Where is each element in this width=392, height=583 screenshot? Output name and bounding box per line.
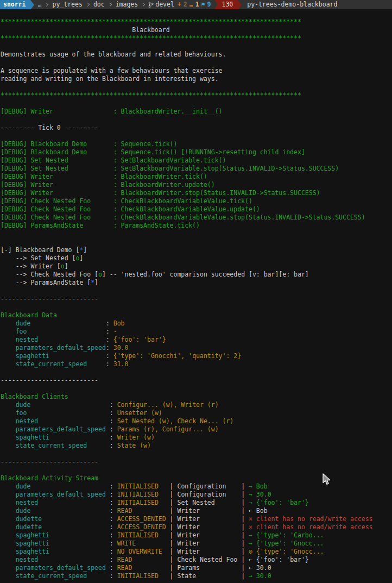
terminal-line: spaghetti : {'type': 'Gnocchi', 'quantit… xyxy=(1,352,392,360)
terminal-line: A sequence is populated with a few behav… xyxy=(1,67,392,75)
git-status-token: 1 xyxy=(195,1,199,9)
terminal-line: -------------------------- xyxy=(1,458,392,466)
terminal-line: dude : Bob xyxy=(1,319,392,328)
terminal-line: spaghetti : WRITE | Writer | → {'type': … xyxy=(1,540,392,548)
terminal-line: state_current_speed : INITIALISED | Stat… xyxy=(1,572,392,580)
titlebar[interactable]: snorri …py_treesdocimages devel +2…1⚑9 1… xyxy=(0,0,392,9)
git-status-token: 9 xyxy=(207,1,211,9)
terminal-line xyxy=(1,385,392,393)
terminal-line: Demonstrates usage of the blackboard and… xyxy=(1,51,392,59)
terminal-line: spaghetti : Writer (w) xyxy=(1,434,392,442)
breadcrumb-item: doc xyxy=(93,1,105,9)
terminal-line: [DEBUG] Writer : BlackboardWriter.stop(S… xyxy=(1,189,392,197)
terminal-line: nested : INITIALISED | Set Nested | → {'… xyxy=(1,499,392,507)
terminal-line: --> ParamsAndState [*] xyxy=(1,279,392,287)
terminal-line: dude : Configur... (w), Writer (r) xyxy=(1,401,392,409)
terminal-line: [DEBUG] Writer : BlackboardWriter.__init… xyxy=(1,108,392,116)
terminal-line xyxy=(1,99,392,108)
terminal-line xyxy=(1,59,392,67)
powerline-notch-icon xyxy=(214,0,218,9)
git-status-token: … xyxy=(189,1,193,9)
terminal-line: [DEBUG] Blackboard Demo : Sequence.tick(… xyxy=(1,148,392,156)
terminal-line: --> Check Nested Foo [o] -- 'nested.foo'… xyxy=(1,271,392,279)
terminal-line: reading and writing on the Blackboard in… xyxy=(1,75,392,83)
terminal-line: nested : READ | Check Nested Foo | ← {'f… xyxy=(1,556,392,564)
terminal-line: parameters_default_speed : INITIALISED |… xyxy=(1,491,392,499)
terminal-line: Blackboard Data xyxy=(1,311,392,319)
exit-code-label: 130 xyxy=(222,1,233,8)
terminal-line: nested : Set Nested (w), Check Ne... (r) xyxy=(1,417,392,425)
terminal-line: parameters_default_speed: 30.0 xyxy=(1,344,392,352)
terminal-line: [DEBUG] Set Nested : SetBlackboardVariab… xyxy=(1,156,392,165)
terminal-line: ****************************************… xyxy=(1,34,392,42)
terminal-line xyxy=(1,132,392,140)
chevron-separator-icon xyxy=(45,3,48,7)
powerline-arrow-icon xyxy=(238,0,242,9)
breadcrumb-item: py_trees xyxy=(52,1,83,9)
terminal-line: -------------------------- xyxy=(1,377,392,385)
terminal-line: [DEBUG] Check Nested Foo : CheckBlackboa… xyxy=(1,205,392,214)
chevron-separator-icon xyxy=(141,3,145,7)
terminal-line xyxy=(1,303,392,311)
terminal-line: state_current_speed : State (w) xyxy=(1,442,392,450)
git-branch-label: devel xyxy=(155,1,174,9)
terminal-line xyxy=(1,83,392,91)
terminal-output: ****************************************… xyxy=(0,9,392,580)
window-title: py-trees-demo-blackboard xyxy=(247,1,337,9)
chevron-separator-icon xyxy=(108,3,112,7)
terminal-line xyxy=(1,287,392,295)
terminal-line: dudette : ACCESS_DENIED | Writer | × cli… xyxy=(1,523,392,531)
terminal-window: snorri …py_treesdocimages devel +2…1⚑9 1… xyxy=(0,0,392,9)
terminal-line: [DEBUG] ParamsAndState : ParamsAndState.… xyxy=(1,222,392,230)
git-status-token: + xyxy=(178,1,181,9)
terminal-line: ****************************************… xyxy=(1,91,392,99)
terminal-line xyxy=(1,116,392,124)
terminal-line: [DEBUG] Set Nested : SetBlackboardVariab… xyxy=(1,165,392,173)
terminal-line: nested : {'foo': 'bar'} xyxy=(1,336,392,344)
exit-code-segment: 130 xyxy=(214,0,238,9)
terminal-line: [DEBUG] Writer : BlackboardWriter.tick() xyxy=(1,173,392,181)
terminal-line: foo : Unsetter (w) xyxy=(1,409,392,417)
terminal-line xyxy=(1,466,392,474)
terminal-line: state_current_speed : 31.0 xyxy=(1,360,392,368)
terminal-line: --> Writer [o] xyxy=(1,262,392,271)
terminal-line: Blackboard Clients xyxy=(1,393,392,401)
terminal-line: ****************************************… xyxy=(1,18,392,26)
terminal-line: foo : - xyxy=(1,328,392,336)
breadcrumb-item: … xyxy=(37,1,42,9)
terminal-line xyxy=(1,238,392,246)
git-branch-icon xyxy=(148,2,154,8)
terminal-line: parameters_default_speed : Params (r), C… xyxy=(1,425,392,434)
terminal-line: [DEBUG] Check Nested Foo : CheckBlackboa… xyxy=(1,214,392,222)
chevron-separator-icon xyxy=(86,3,90,7)
git-status-token: ⚑ xyxy=(201,1,205,9)
breadcrumb-host: snorri xyxy=(0,0,30,9)
terminal-line: spaghetti : INITIALISED | Writer | → {'t… xyxy=(1,531,392,540)
terminal-line: spaghetti : NO_OVERWRITE | Writer | ⊘ {'… xyxy=(1,548,392,556)
terminal-line: dude : INITIALISED | Configuration | → B… xyxy=(1,482,392,491)
terminal-line: [DEBUG] Writer : BlackboardWriter.update… xyxy=(1,181,392,189)
terminal-line xyxy=(1,42,392,51)
git-status-token: 2 xyxy=(184,1,187,9)
terminal-line xyxy=(1,368,392,377)
terminal-line: [DEBUG] Check Nested Foo : CheckBlackboa… xyxy=(1,197,392,205)
host-label: snorri xyxy=(3,1,26,8)
breadcrumb-path: …py_treesdocimages xyxy=(37,1,149,9)
terminal-line xyxy=(1,230,392,238)
terminal-line: dude : READ | Writer | ← Bob xyxy=(1,507,392,515)
terminal-line: [DEBUG] Blackboard Demo : Sequence.tick(… xyxy=(1,140,392,148)
terminal-line: dudette : ACCESS_DENIED | Writer | × cli… xyxy=(1,515,392,523)
powerline-arrow-icon xyxy=(30,0,34,9)
terminal-line: --------- Tick 0 --------- xyxy=(1,124,392,132)
breadcrumb-item: images xyxy=(115,1,139,9)
terminal-line: parameters_default_speed : READ | Params… xyxy=(1,564,392,572)
terminal-line: Blackboard Activity Stream xyxy=(1,474,392,482)
terminal-line: Blackboard xyxy=(1,26,392,34)
git-status-tokens: +2…1⚑9 xyxy=(178,1,213,9)
mouse-cursor-icon xyxy=(323,473,331,486)
terminal-line: -------------------------- xyxy=(1,295,392,303)
terminal-line: --> Set Nested [o] xyxy=(1,254,392,262)
terminal-line xyxy=(1,450,392,458)
terminal-line: [-] Blackboard Demo [*] xyxy=(1,246,392,254)
